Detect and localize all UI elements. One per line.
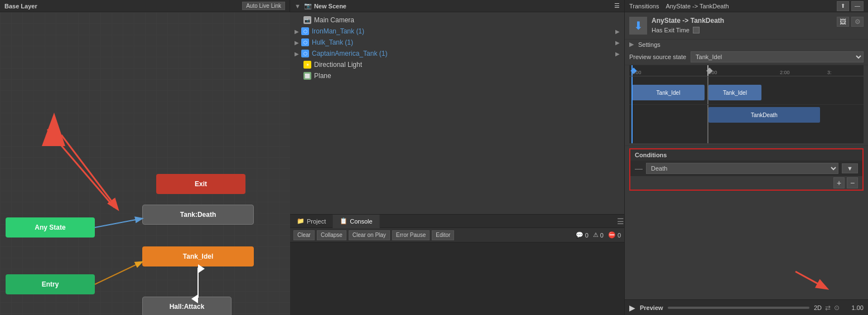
- console-menu-icon[interactable]: ☰: [617, 217, 624, 226]
- editor-button[interactable]: Editor: [432, 230, 454, 240]
- preview-icon-1[interactable]: ⇄: [825, 304, 831, 312]
- expand-right-arrow: ▶: [615, 28, 620, 35]
- svg-line-6: [795, 272, 826, 288]
- preview-progress-bar[interactable]: [668, 307, 809, 309]
- grid-background: [0, 12, 290, 315]
- conditions-section: Conditions — Death ▼ + −: [629, 148, 864, 191]
- message-count: 💬 0: [576, 231, 589, 239]
- preview-mode-2d: 2D: [814, 304, 822, 311]
- timeline-playhead-left: [631, 65, 633, 76]
- console-status: 💬 0 ⚠ 0 ⛔ 0: [576, 231, 621, 239]
- transition-icon: ⬇: [629, 17, 647, 35]
- settings-expand-arrow: ▶: [629, 41, 634, 48]
- timeline-area: 0:00 1:00 2:00 3: Tank_Idel Tank_I: [625, 65, 868, 146]
- clear-button[interactable]: Clear: [293, 230, 315, 240]
- collapse-button[interactable]: Collapse: [317, 230, 346, 240]
- scene-item-directional-light[interactable]: ☀ Directional Light: [290, 59, 624, 70]
- inspector-btn-2[interactable]: —: [851, 1, 864, 11]
- timeline-v-line-left: [631, 76, 633, 143]
- inspector-btn-1[interactable]: ⬆: [837, 1, 849, 11]
- track-block-tankdeath: TankDeath: [708, 107, 820, 123]
- has-exit-time-checkbox[interactable]: [693, 27, 700, 33]
- bookmark-icon: ⬇: [634, 19, 643, 32]
- expand-right-arrow-3: ▶: [615, 51, 620, 57]
- camera-icon: 📷: [303, 16, 311, 24]
- expand-arrow-2: ▶: [295, 40, 299, 46]
- tab-console[interactable]: 📋 Console: [333, 215, 379, 228]
- scene-icon-small: 📷: [304, 2, 312, 9]
- scene-content: 📷 Main Camera ▶ ⬡ IronMan_Tank (1) ▶ ▶ ⬡…: [290, 12, 624, 84]
- tank-icon-1: ⬡: [301, 27, 309, 35]
- settings-row[interactable]: ▶ Settings: [625, 40, 868, 49]
- message-icon: 💬: [576, 231, 584, 239]
- condition-add-button[interactable]: +: [833, 177, 845, 188]
- console-icon: 📋: [340, 217, 348, 225]
- scene-title: New Scene: [314, 3, 346, 9]
- create-menu-arrow: ▼: [295, 3, 301, 9]
- error-icon: ⛔: [608, 231, 616, 239]
- conditions-add-row: + −: [630, 176, 862, 190]
- expand-arrow-3: ▶: [295, 51, 299, 57]
- project-icon: 📁: [297, 217, 305, 225]
- transition-settings-btn[interactable]: 🖼: [837, 17, 849, 27]
- transition-name: AnyState -> TankDeath: [652, 17, 832, 25]
- play-button[interactable]: ▶: [629, 303, 635, 312]
- preview-icons: 2D ⇄ ⊙: [814, 304, 840, 312]
- scene-item-hulk[interactable]: ▶ ⬡ Hulk_Tank (1) ▶: [290, 37, 624, 48]
- timeline-tracks: Tank_Idel Tank_Idel TankDeath: [629, 76, 864, 143]
- warning-count: ⚠ 0: [593, 231, 604, 239]
- condition-minus-icon[interactable]: —: [635, 164, 643, 173]
- plane-icon: ⬜: [303, 72, 311, 80]
- tab-project[interactable]: 📁 Project: [290, 215, 333, 228]
- conditions-header: Conditions: [630, 149, 862, 161]
- console-tabs: 📁 Project 📋 Console ☰: [290, 215, 624, 228]
- preview-icon-2[interactable]: ⊙: [834, 304, 840, 312]
- track-block-tankidel-1: Tank_Idel: [632, 85, 705, 100]
- animator-title: Base Layer: [4, 3, 37, 9]
- scene-item-plane[interactable]: ⬜ Plane: [290, 70, 624, 81]
- error-count: ⛔ 0: [608, 231, 621, 239]
- console-toolbar: Clear Collapse Clear on Play Error Pause…: [290, 228, 624, 243]
- warning-icon: ⚠: [593, 231, 599, 239]
- track-divider: [629, 104, 864, 105]
- expand-arrow: ▶: [295, 28, 299, 35]
- condition-operator-dropdown[interactable]: ▼: [842, 163, 858, 173]
- scene-menu-icon[interactable]: ☰: [614, 2, 620, 9]
- scene-item-captain[interactable]: ▶ ⬡ CaptainAmerica_Tank (1) ▶: [290, 48, 624, 59]
- auto-live-button[interactable]: Auto Live Link: [242, 2, 285, 10]
- transition-action-btns: 🖼 ⚙: [837, 17, 864, 27]
- preview-source-row: Preview source state Tank_Idel: [625, 49, 868, 65]
- condition-remove-button[interactable]: −: [847, 177, 858, 188]
- state-tankdeath[interactable]: Tank:Death: [142, 205, 254, 225]
- scene-item-ironman[interactable]: ▶ ⬡ IronMan_Tank (1) ▶: [290, 26, 624, 37]
- expand-right-arrow-2: ▶: [615, 40, 620, 46]
- timeline-mid-line: [707, 65, 708, 76]
- inspector-buttons: ⬆ —: [837, 1, 864, 11]
- state-anystate[interactable]: Any State: [6, 217, 95, 238]
- timeline-ruler: 0:00 1:00 2:00 3:: [629, 65, 864, 76]
- transition-gear-btn[interactable]: ⚙: [851, 17, 864, 27]
- red-arrow-indicator: [790, 266, 835, 295]
- transition-info: AnyState -> TankDeath Has Exit Time: [652, 17, 832, 33]
- scene-item-main-camera[interactable]: 📷 Main Camera: [290, 14, 624, 26]
- track-block-tankidel-2: Tank_Idel: [708, 85, 761, 100]
- tank-icon-2: ⬡: [301, 38, 309, 46]
- inspector-header: Transitions AnyState -> TankDeath ⬆ —: [625, 0, 868, 12]
- transition-checkrow: Has Exit Time: [652, 27, 832, 33]
- conditions-row: — Death ▼: [630, 161, 862, 176]
- condition-name-select[interactable]: Death: [646, 163, 838, 174]
- clear-on-play-button[interactable]: Clear on Play: [349, 230, 390, 240]
- error-pause-button[interactable]: Error Pause: [392, 230, 430, 240]
- preview-source-select[interactable]: Tank_Idel: [691, 51, 864, 62]
- preview-value: 1.00: [844, 304, 864, 311]
- state-hallattack[interactable]: Hall:Attack: [142, 297, 232, 315]
- tank-icon-3: ⬡: [301, 50, 309, 57]
- console-content: [290, 243, 624, 315]
- preview-bar: ▶ Preview 2D ⇄ ⊙ 1.00: [625, 299, 868, 315]
- light-icon: ☀: [303, 61, 311, 69]
- state-entry[interactable]: Entry: [6, 274, 95, 294]
- state-tankidel[interactable]: Tank_Idel: [142, 246, 254, 266]
- transition-detail: ⬇ AnyState -> TankDeath Has Exit Time 🖼 …: [625, 12, 868, 40]
- state-exit[interactable]: Exit: [156, 174, 245, 194]
- red-arrow-svg: [790, 266, 835, 294]
